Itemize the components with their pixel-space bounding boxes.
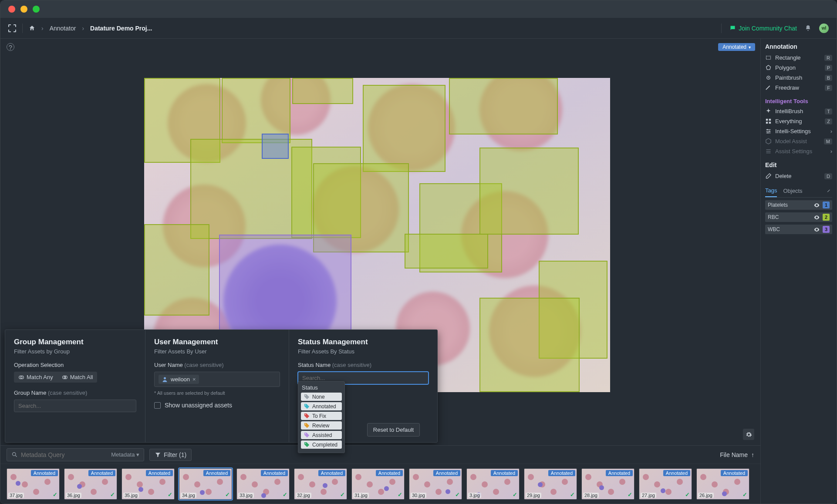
match-any-button[interactable]: Match Any <box>14 372 57 383</box>
svg-rect-16 <box>769 119 771 121</box>
eye-icon[interactable] <box>813 226 820 233</box>
breadcrumb-annotator[interactable]: Annotator <box>50 25 76 32</box>
canvas-area[interactable]: ? Annotated <box>0 39 760 504</box>
maximize-window-icon[interactable] <box>33 6 40 13</box>
thumbnail[interactable]: Annotated3.jpg✓ <box>466 468 520 500</box>
tool-polygon[interactable]: PolygonP <box>765 63 832 73</box>
freedraw-icon <box>765 84 772 91</box>
join-community-chat-link[interactable]: Join Community Chat <box>729 25 797 32</box>
thumbnail[interactable]: Annotated26.jpg✓ <box>696 468 749 500</box>
intelligent-tools-title: Intelligent Tools <box>765 98 832 104</box>
tool-intellibrush[interactable]: IntelliBrushT <box>765 106 832 116</box>
status-option-none[interactable]: None <box>301 393 342 401</box>
breadcrumb-project[interactable]: Datature Demo Proj... <box>90 25 152 32</box>
tag-label: WBC <box>768 226 780 232</box>
thumb-status-badge: Annotated <box>88 470 115 476</box>
right-panel: Annotation RectangleR PolygonP Paintbrus… <box>760 39 837 504</box>
group-search-input[interactable] <box>14 400 136 412</box>
filter-button[interactable]: Filter (1) <box>149 449 192 461</box>
thumbnail[interactable]: Annotated27.jpg✓ <box>639 468 692 500</box>
cube-icon <box>765 138 772 144</box>
model-assist[interactable]: Model AssistM <box>765 136 832 146</box>
status-option-annotated[interactable]: Annotated <box>301 402 342 410</box>
eye-icon[interactable] <box>813 202 820 208</box>
thumbnail[interactable]: Annotated36.jpg✓ <box>64 468 117 500</box>
thumbnail[interactable]: Annotated30.jpg✓ <box>409 468 462 500</box>
thumb-filename: 27.jpg <box>641 493 656 498</box>
eye-icon[interactable] <box>813 214 820 221</box>
metadata-type-label[interactable]: Metadata ▾ <box>111 451 139 458</box>
show-unassigned-checkbox-row[interactable]: Show unassigned assets <box>154 402 280 409</box>
check-icon: ✓ <box>283 491 287 498</box>
image-status-dropdown[interactable]: Annotated <box>718 43 755 51</box>
assist-settings[interactable]: Assist Settings› <box>765 146 832 156</box>
thumb-filename: 34.jpg <box>181 493 196 498</box>
thumbnail[interactable]: Annotated29.jpg✓ <box>524 468 577 500</box>
tool-paintbrush[interactable]: PaintbrushB <box>765 73 832 83</box>
status-dropdown-title: Status <box>301 384 342 391</box>
remove-user-icon[interactable]: × <box>192 376 196 383</box>
thumbnail[interactable]: Annotated28.jpg✓ <box>581 468 634 500</box>
bell-icon[interactable] <box>805 25 811 31</box>
operation-segment[interactable]: Match Any Match All <box>14 372 97 383</box>
tab-tags[interactable]: Tags <box>765 187 777 197</box>
user-name-label: User Name (case sensitive) <box>154 362 280 368</box>
status-option-review[interactable]: Review <box>301 421 342 430</box>
minimize-window-icon[interactable] <box>20 6 27 13</box>
thumbnail[interactable]: Annotated33.jpg✓ <box>236 468 290 500</box>
user-name-input[interactable]: weiloon × <box>154 372 280 387</box>
intelli-settings[interactable]: Intelli-Settings› <box>765 126 832 136</box>
svg-point-19 <box>767 129 768 131</box>
thumb-status-badge: Annotated <box>491 470 518 476</box>
group-management-title: Group Management <box>14 338 136 346</box>
tag-row-wbc[interactable]: WBC3 <box>765 225 832 234</box>
svg-point-9 <box>305 433 306 434</box>
thumb-filename: 32.jpg <box>296 493 311 498</box>
help-icon[interactable]: ? <box>7 43 14 51</box>
filter-panel: Group Management Filter Assets by Group … <box>5 329 438 443</box>
edit-tags-icon[interactable] <box>826 189 832 195</box>
topbar: › Annotator › Datature Demo Proj... Join… <box>0 18 837 39</box>
metadata-search[interactable]: Metadata ▾ <box>7 448 144 461</box>
operation-selection-label: Operation Selection <box>14 362 136 368</box>
group-management-sub: Filter Assets by Group <box>14 348 136 355</box>
tool-rectangle[interactable]: RectangleR <box>765 53 832 63</box>
reset-to-default-button[interactable]: Reset to Default <box>367 423 420 437</box>
thumb-status-badge: Annotated <box>146 470 173 476</box>
settings-gear-button[interactable] <box>743 429 754 440</box>
home-icon[interactable] <box>29 25 35 31</box>
status-management-sub: Filter Assets By Status <box>298 348 429 355</box>
thumbnail[interactable]: Annotated32.jpg✓ <box>294 468 347 500</box>
delete-action[interactable]: DeleteD <box>765 171 832 181</box>
thumb-filename: 30.jpg <box>411 493 426 498</box>
user-note: * All users are selected by default <box>154 390 280 396</box>
match-all-button[interactable]: Match All <box>57 372 98 383</box>
status-option-assisted[interactable]: Assisted <box>301 431 342 439</box>
check-icon: ✓ <box>398 491 402 498</box>
checkbox-icon[interactable] <box>154 402 161 409</box>
sort-control[interactable]: File Name ↑ <box>720 451 754 458</box>
tag-row-rbc[interactable]: RBC2 <box>765 212 832 222</box>
thumbnail[interactable]: Annotated37.jpg✓ <box>7 468 60 500</box>
tab-objects[interactable]: Objects <box>783 188 802 197</box>
tool-everything[interactable]: EverythingZ <box>765 116 832 126</box>
avatar[interactable]: wl <box>819 24 829 33</box>
price-tag-icon <box>304 432 310 438</box>
status-option-to-fix[interactable]: To Fix <box>301 412 342 420</box>
tool-freedraw[interactable]: FreedrawF <box>765 83 832 93</box>
check-icon: ✓ <box>455 491 460 498</box>
status-option-completed[interactable]: Completed <box>301 440 342 449</box>
thumbnail-row[interactable]: Annotated37.jpg✓Annotated36.jpg✓Annotate… <box>0 464 760 504</box>
check-icon: ✓ <box>685 491 690 498</box>
chevron-right-icon: › <box>41 25 44 32</box>
thumbnail[interactable]: Annotated34.jpg✓ <box>179 468 232 500</box>
svg-rect-15 <box>766 119 768 121</box>
thumbnail[interactable]: Annotated31.jpg✓ <box>351 468 405 500</box>
close-window-icon[interactable] <box>8 6 15 13</box>
annotation-section-title: Annotation <box>765 43 832 50</box>
app-logo-icon[interactable] <box>8 24 16 32</box>
tag-row-platelets[interactable]: Platelets1 <box>765 200 832 210</box>
titlebar <box>0 0 837 18</box>
metadata-input[interactable] <box>21 451 108 458</box>
thumbnail[interactable]: Annotated35.jpg✓ <box>122 468 175 500</box>
